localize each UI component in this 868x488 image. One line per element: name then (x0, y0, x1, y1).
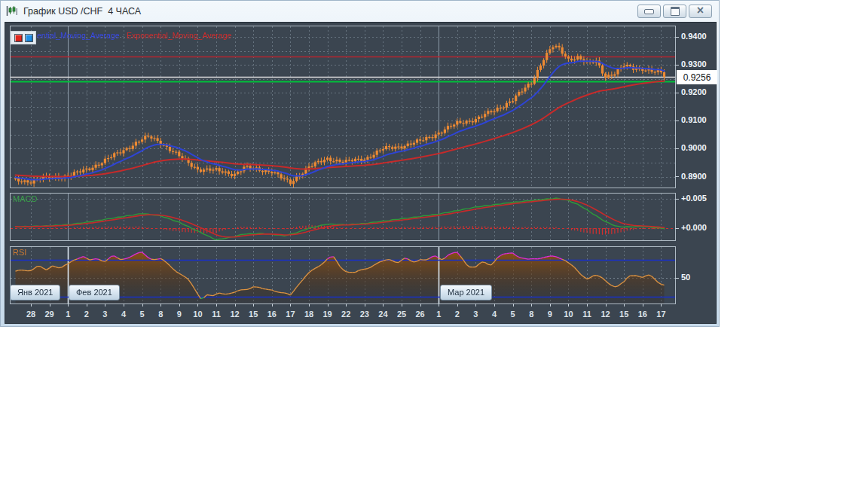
axis-tick (550, 303, 551, 307)
x-axis-label: 12 (225, 310, 245, 319)
x-axis-label: 22 (336, 310, 356, 319)
x-axis-label: 11 (577, 310, 597, 319)
x-axis-label: 12 (596, 310, 616, 319)
candlestick-chart-icon (6, 5, 18, 17)
axis-tick (328, 303, 329, 307)
axis-tick (606, 303, 607, 307)
price-axis-label: 0.9000 (681, 143, 707, 152)
axis-tick (675, 199, 679, 200)
x-axis-label: 2 (448, 310, 467, 319)
axis-tick (31, 303, 32, 307)
x-axis-label: 5 (503, 310, 523, 319)
price-panel: ential_Moving_Average-Exponential_Moving… (10, 26, 676, 188)
axis-tick (420, 303, 421, 307)
legend-buttons-tray (11, 31, 36, 44)
axis-tick (272, 303, 273, 307)
x-axis-label: 11 (206, 310, 226, 319)
axis-tick (290, 303, 291, 307)
axis-tick (587, 303, 588, 307)
restore-button[interactable] (663, 5, 686, 18)
month-button-feb[interactable]: Фев 2021 (69, 285, 120, 300)
x-axis-label: 24 (373, 310, 393, 319)
x-axis-label: 8 (521, 310, 541, 319)
legend-ema-blue-label: ential_Moving_Average (37, 31, 120, 40)
rsi-axis-label: 50 (681, 273, 690, 282)
x-axis-label: 9 (170, 310, 189, 319)
x-axis-label: 19 (318, 310, 338, 319)
axis-tick (68, 303, 69, 307)
axis-tick (675, 120, 679, 121)
x-axis-label: 28 (21, 310, 41, 319)
axis-tick (675, 37, 679, 38)
axis-tick (142, 303, 143, 307)
macd-label: MACD (13, 194, 37, 203)
axis-tick (457, 303, 458, 307)
axis-tick (87, 303, 87, 307)
legend-red-button[interactable] (14, 34, 23, 42)
x-axis-label: 1 (58, 310, 78, 319)
x-axis-label: 4 (484, 310, 504, 319)
x-axis-label: 8 (151, 310, 170, 319)
x-axis-label: 17 (651, 310, 671, 319)
close-button[interactable]: × (689, 5, 712, 18)
month-button-mar[interactable]: Мар 2021 (440, 285, 492, 300)
axis-tick (675, 65, 679, 66)
price-axis-label: 0.9400 (681, 32, 707, 41)
x-axis-label: 16 (262, 310, 282, 319)
x-axis-label: 3 (466, 310, 485, 319)
axis-tick (675, 228, 679, 229)
price-axis-label: 0.8900 (681, 172, 707, 181)
price-canvas[interactable] (11, 26, 675, 188)
window-title: График USD /CHF 4 ЧАСА (23, 6, 141, 17)
axis-tick (494, 303, 495, 307)
axis-tick (661, 303, 662, 307)
macd-axis-label: +0.000 (681, 223, 707, 232)
restore-icon (671, 7, 680, 16)
price-axis-label: 0.9200 (681, 87, 707, 96)
x-axis-label: 29 (40, 310, 60, 319)
minimize-icon (644, 9, 654, 14)
axis-tick (475, 303, 476, 307)
window-controls: × (637, 5, 712, 18)
minimize-button[interactable] (637, 5, 661, 18)
axis-tick (160, 303, 161, 307)
macd-canvas[interactable] (11, 194, 675, 240)
x-axis-label: 10 (188, 310, 207, 319)
axis-tick (253, 303, 254, 307)
axis-tick (402, 303, 402, 307)
x-axis-label: 5 (133, 310, 152, 319)
legend-ema-red-label: Exponential_Moving_Average (127, 31, 231, 40)
axis-tick (675, 176, 679, 177)
axis-tick (216, 303, 217, 307)
axis-tick (309, 303, 310, 307)
axis-tick (124, 303, 124, 307)
axis-tick (439, 303, 439, 307)
axis-tick (105, 303, 105, 307)
x-axis-label: 2 (77, 310, 96, 319)
x-axis-label: 25 (392, 310, 411, 319)
axis-tick (675, 148, 679, 149)
axis-tick (365, 303, 365, 307)
price-axis-label: 0.9300 (681, 59, 707, 69)
axis-tick (513, 303, 514, 307)
x-axis-label: 3 (95, 310, 115, 319)
x-axis-label: 15 (243, 310, 263, 319)
axis-tick (383, 303, 384, 307)
x-axis-label: 26 (411, 310, 430, 319)
axis-tick (235, 303, 236, 307)
price-axis-label: 0.9100 (681, 115, 707, 124)
x-axis-label: 17 (280, 310, 300, 319)
axis-tick (346, 303, 347, 307)
x-axis-label: 9 (540, 310, 560, 319)
axis-tick (179, 303, 180, 307)
current-price-badge: 0.9256 (677, 70, 717, 84)
legend-blue-button[interactable] (25, 34, 33, 42)
axis-tick (197, 303, 198, 307)
axis-tick (675, 278, 679, 279)
axis-tick (568, 303, 569, 307)
titlebar[interactable]: График USD /CHF 4 ЧАСА × (1, 1, 719, 21)
month-button-jan[interactable]: Янв 2021 (10, 285, 60, 300)
axis-tick (50, 303, 50, 307)
x-axis-label: 15 (614, 310, 634, 319)
axis-tick (624, 303, 625, 307)
